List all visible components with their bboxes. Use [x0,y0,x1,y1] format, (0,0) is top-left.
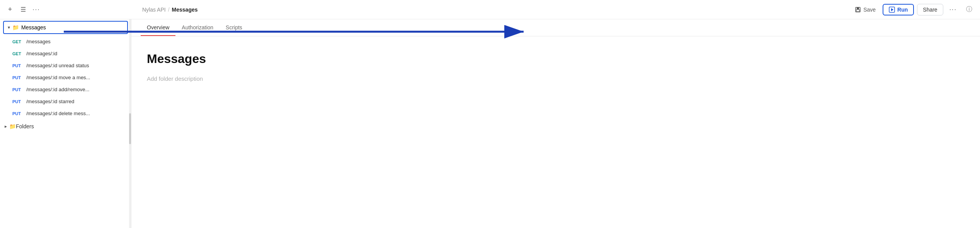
page-description[interactable]: Add folder description [147,75,965,82]
method-badge-put: PUT [12,75,23,80]
breadcrumb-parent: Nylas API [142,7,166,13]
endpoint-path: /messages/:id add/remove... [26,87,89,92]
method-badge-put: PUT [12,63,23,68]
run-button[interactable]: Run [883,4,914,15]
svg-rect-2 [856,10,859,12]
list-item[interactable]: GET /messages [0,36,131,48]
tab-authorization[interactable]: Authorization [175,20,219,36]
svg-rect-1 [857,7,859,9]
list-item[interactable]: PUT /messages/:id unread status [0,60,131,71]
endpoint-path: /messages [26,39,51,44]
list-button[interactable]: ☰ [18,4,29,15]
breadcrumb-container: Nylas API / Messages [142,7,198,13]
share-button[interactable]: Share [917,4,943,15]
sidebar-messages-label: Messages [21,24,46,31]
header-left: + ☰ ··· [5,4,136,15]
sidebar: ▾ 📁 Messages GET /messages GET /messages… [0,19,131,228]
scrollbar-thumb[interactable] [129,113,131,144]
list-item[interactable]: GET /messages/:id [0,48,131,60]
breadcrumb-separator: / [168,7,170,13]
list-item[interactable]: PUT /messages/:id add/remove... [0,83,131,95]
tabs: Overview Authorization Scripts [131,19,980,36]
content-body: Messages Add folder description [131,36,980,228]
breadcrumb: Nylas API / Messages [136,7,851,13]
page-title: Messages [147,52,965,66]
add-button[interactable]: + [5,4,15,15]
method-badge-put: PUT [12,99,23,104]
method-badge-get: GET [12,51,23,56]
endpoint-path: /messages/:id delete mess... [26,111,90,116]
scrollbar-track[interactable] [129,19,131,228]
main-layout: ▾ 📁 Messages GET /messages GET /messages… [0,19,980,228]
run-icon [889,7,895,13]
info-button[interactable]: ⓘ [963,4,975,15]
endpoint-path: /messages/:id unread status [26,63,89,68]
content-area: Overview Authorization Scripts Messages … [131,19,980,228]
method-badge-put: PUT [12,111,23,116]
endpoint-path: /messages/:id starred [26,99,74,104]
list-item[interactable]: PUT /messages/:id delete mess... [0,107,131,119]
chevron-down-icon: ▾ [8,25,10,30]
breadcrumb-current: Messages [172,7,198,13]
folder-icon: 📁 [12,24,19,31]
tab-overview[interactable]: Overview [141,20,175,36]
tab-scripts[interactable]: Scripts [219,20,248,36]
header-more-button[interactable]: ··· [946,5,960,15]
endpoint-path: /messages/:id move a mes... [26,75,90,80]
method-badge-put: PUT [12,87,23,92]
header-actions: Save Run Share ··· ⓘ [851,4,975,15]
sidebar-item-messages[interactable]: ▾ 📁 Messages [3,21,128,34]
save-icon [855,7,861,13]
list-item[interactable]: PUT /messages/:id starred [0,95,131,107]
method-badge-get: GET [12,39,23,44]
svg-marker-4 [891,8,893,11]
header-left-more-button[interactable]: ··· [31,4,42,15]
folder-icon: 📁 [9,123,16,129]
endpoint-path: /messages/:id [26,51,57,56]
header: + ☰ ··· Nylas API / Messages Save Run [0,0,980,19]
chevron-right-icon: ▸ [5,124,7,129]
list-item[interactable]: PUT /messages/:id move a mes... [0,71,131,83]
sidebar-folders-label: Folders [16,123,34,129]
sidebar-item-folders[interactable]: ▸ 📁 Folders [0,119,131,133]
save-button[interactable]: Save [851,4,880,15]
